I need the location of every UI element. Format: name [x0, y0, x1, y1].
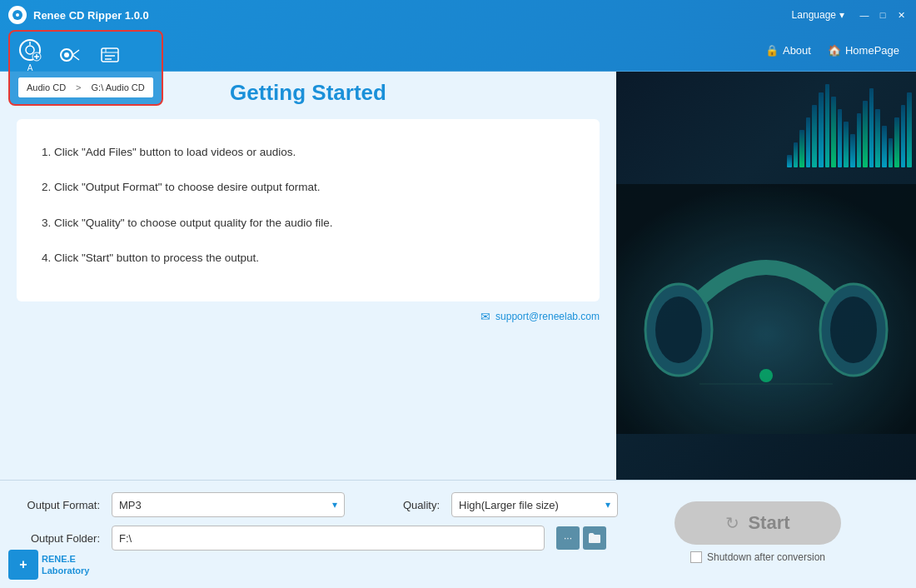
quality-field-label: Quality: — [356, 499, 440, 511]
instruction-3: 3. Click "Quality" to choose output qual… — [42, 215, 575, 232]
svg-point-9 — [64, 52, 69, 57]
output-format-button[interactable] — [58, 43, 82, 68]
about-label: About — [783, 44, 811, 57]
start-label: Start — [748, 512, 789, 534]
instructions-box: 1. Click "Add Files" button to load vide… — [17, 119, 600, 301]
renee-text-line1: RENE.E — [42, 553, 89, 565]
breadcrumb-row: Audio CD > G:\ Audio CD — [18, 77, 153, 97]
main-area: Getting Started 1. Click "Add Files" but… — [0, 72, 616, 480]
output-folder-input[interactable]: F:\ — [112, 526, 545, 551]
app-title: Renee CD Ripper 1.0.0 — [33, 9, 149, 22]
instruction-2: 2. Click "Output Format" to choose desir… — [42, 179, 575, 196]
breadcrumb-dest: G:\ Audio CD — [83, 77, 153, 97]
window-controls: — □ ✕ — [858, 8, 908, 22]
output-format-select[interactable]: MP3 ▾ — [112, 492, 345, 517]
about-link[interactable]: 🔒 About — [765, 44, 811, 57]
svg-line-10 — [72, 50, 79, 55]
maximize-button[interactable]: □ — [876, 8, 889, 22]
renee-text-line2: Laboratory — [42, 565, 89, 576]
quality-value: High(Larger file size) — [459, 499, 559, 511]
folder-dots-button[interactable]: ··· — [556, 526, 580, 550]
quality-select[interactable]: High(Larger file size) ▾ — [451, 492, 618, 517]
svg-line-11 — [72, 55, 79, 60]
instruction-1: 1. Click "Add Files" button to load vide… — [42, 144, 575, 161]
lock-icon: 🔒 — [765, 44, 779, 57]
homepage-label: HomePage — [845, 44, 899, 57]
quality-button[interactable] — [98, 43, 122, 68]
toolbar-icons: A — [18, 38, 153, 72]
toolbar-box: A — [8, 30, 163, 106]
output-format-value: MP3 — [119, 499, 142, 511]
renee-logo-box: + — [8, 550, 38, 580]
video-area — [616, 72, 916, 546]
titlebar-right: Language ▾ — □ ✕ — [792, 8, 908, 22]
folder-open-button[interactable] — [583, 526, 606, 550]
folder-buttons: ··· — [556, 526, 606, 550]
breadcrumb-source: Audio CD — [18, 77, 74, 97]
add-files-button[interactable]: A — [18, 38, 42, 72]
add-files-label: A — [27, 63, 33, 72]
mail-icon: ✉ — [480, 310, 490, 323]
start-area: ↻ Start Shutdown after conversion — [616, 501, 899, 563]
folder-path-value: F:\ — [119, 532, 132, 545]
svg-point-22 — [759, 369, 773, 382]
homepage-link[interactable]: 🏠 HomePage — [828, 44, 899, 57]
svg-point-3 — [26, 46, 34, 54]
output-format-field-label: Output Format: — [17, 499, 100, 511]
language-dropdown-icon: ▾ — [839, 9, 844, 21]
shutdown-label: Shutdown after conversion — [707, 551, 825, 563]
toolbar-area: A — [8, 30, 163, 106]
renee-logo: + RENE.E Laboratory — [8, 550, 89, 580]
shutdown-row: Shutdown after conversion — [690, 551, 825, 563]
titlebar-left: Renee CD Ripper 1.0.0 — [8, 6, 149, 24]
output-folder-label: Output Folder: — [17, 532, 100, 545]
shutdown-checkbox[interactable] — [690, 551, 702, 563]
svg-point-21 — [830, 296, 877, 363]
format-dropdown-icon: ▾ — [332, 499, 337, 511]
language-label: Language — [792, 9, 836, 21]
breadcrumb-arrow: > — [74, 82, 82, 92]
minimize-button[interactable]: — — [858, 8, 871, 22]
renee-plus-icon: + — [19, 557, 27, 572]
renee-text: RENE.E Laboratory — [42, 553, 89, 577]
support-row: ✉ support@reneelab.com — [17, 301, 600, 323]
support-email[interactable]: support@reneelab.com — [495, 311, 600, 322]
video-bg — [616, 72, 916, 546]
quality-dropdown-icon: ▾ — [605, 499, 610, 511]
nav-links: 🔒 About 🏠 HomePage — [765, 44, 899, 57]
start-button[interactable]: ↻ Start — [675, 501, 841, 545]
headphones-visual — [616, 72, 916, 546]
instruction-4: 4. Click "Start" button to process the o… — [42, 250, 575, 267]
svg-point-19 — [655, 296, 702, 363]
svg-point-1 — [16, 13, 19, 17]
home-icon: 🏠 — [828, 44, 841, 57]
start-refresh-icon: ↻ — [725, 513, 739, 533]
titlebar: Renee CD Ripper 1.0.0 Language ▾ — □ ✕ — [0, 0, 916, 30]
language-button[interactable]: Language ▾ — [792, 9, 844, 21]
app-icon — [8, 6, 27, 24]
close-button[interactable]: ✕ — [894, 8, 908, 22]
